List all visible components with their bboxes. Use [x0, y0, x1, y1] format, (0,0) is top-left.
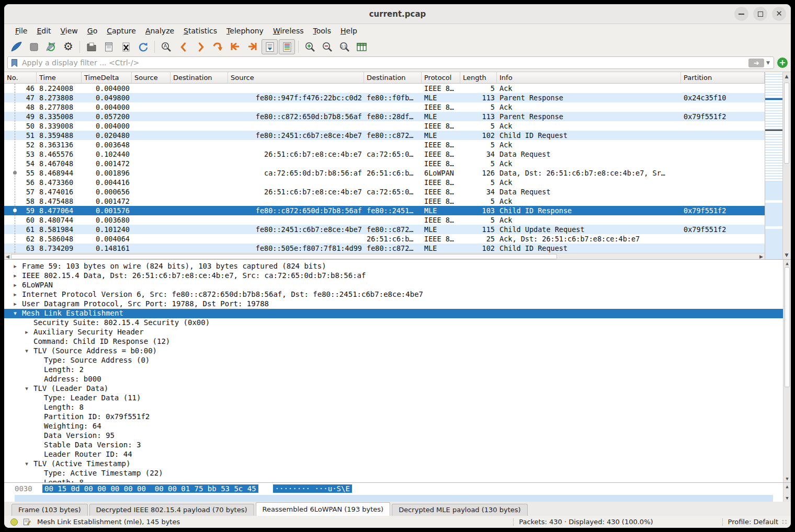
- vscroll-up-arrow-icon[interactable]: ▲: [783, 74, 790, 79]
- zoom-out-button[interactable]: [319, 39, 335, 54]
- menu-help[interactable]: Help: [336, 26, 362, 36]
- expand-arrow-icon[interactable]: ▸: [12, 291, 19, 298]
- detail-row[interactable]: ▾TLV (Leader Data): [4, 384, 791, 394]
- expert-info-icon[interactable]: [10, 518, 18, 526]
- packet-row-49[interactable]: 498.3350080.057200fe80::c872:650d:b7b8:5…: [4, 112, 765, 121]
- detail-row[interactable]: Address: b000: [4, 375, 791, 384]
- capture-comment-icon[interactable]: [23, 518, 31, 526]
- packet-row-55[interactable]: 558.4689440.001896ca:72:65:0d:b7:b8:56:a…: [4, 168, 765, 178]
- packet-row-61[interactable]: 618.5819840.101240fe80::2451:c6b7:e8ce:4…: [4, 225, 765, 234]
- start-capture-button[interactable]: [8, 39, 25, 54]
- hex-ascii-selected[interactable]: ········ ···u·S\E: [273, 484, 352, 493]
- column-header-partition-10[interactable]: Partition: [681, 72, 765, 83]
- open-file-button[interactable]: [83, 39, 99, 54]
- detail-row[interactable]: Stable Data Version: 3: [4, 441, 791, 450]
- resize-columns-button[interactable]: [354, 39, 370, 54]
- column-header-time-1[interactable]: Time: [37, 72, 82, 83]
- go-to-packet-button[interactable]: [210, 39, 226, 54]
- collapse-arrow-icon[interactable]: ▾: [23, 348, 30, 354]
- go-back-button[interactable]: [175, 39, 191, 54]
- packet-row-48[interactable]: 488.2778080.004000IEEE 8…5Ack: [4, 102, 765, 112]
- intelligent-scrollbar-minimap[interactable]: [765, 72, 782, 259]
- expand-arrow-icon[interactable]: ▸: [12, 282, 19, 288]
- filter-dropdown-caret-icon[interactable]: ▼: [766, 60, 770, 65]
- byte-tab-frame-103-bytes[interactable]: Frame (103 bytes): [12, 504, 88, 516]
- column-header-destination-4[interactable]: Destination: [171, 72, 228, 83]
- detail-row[interactable]: ▸Frame 59: 103 bytes on wire (824 bits),…: [4, 262, 791, 271]
- restart-capture-button[interactable]: [43, 39, 59, 54]
- packet-row-57[interactable]: 578.4740160.00065626:51:c6:b7:e8:ce:4b:e…: [4, 187, 765, 196]
- menu-telephony[interactable]: Telephony: [222, 26, 268, 36]
- details-scroll-down-icon[interactable]: ▼: [783, 476, 791, 481]
- expand-arrow-icon[interactable]: ▸: [12, 272, 19, 279]
- packet-row-62[interactable]: 628.5860480.00406426:51:c6:b…IEEE 8…25Ac…: [4, 234, 765, 244]
- details-vscrollbar[interactable]: ▲ ▼: [783, 260, 791, 482]
- packet-row-51[interactable]: 518.3594880.020480fe80::2451:c6b7:e8ce:4…: [4, 131, 765, 140]
- close-file-button[interactable]: [118, 39, 134, 54]
- column-header-destination-6[interactable]: Destination: [364, 72, 422, 83]
- collapse-arrow-icon[interactable]: ▾: [23, 385, 30, 392]
- detail-row[interactable]: ▸Internet Protocol Version 6, Src: fe80:…: [4, 290, 791, 299]
- packet-row-59[interactable]: 598.4770640.001576fe80::c872:650d:b7b8:5…: [4, 206, 765, 215]
- packet-row-47[interactable]: 478.2738080.049800fe80::947f:f476:22bc:c…: [4, 93, 765, 102]
- hex-bytes-selected[interactable]: 00 15 0d 00 00 00 00 00 00 00 01 75 bb 5…: [42, 484, 258, 493]
- menu-capture[interactable]: Capture: [102, 26, 141, 36]
- detail-row[interactable]: Type: Source Address (0): [4, 356, 791, 365]
- byte-tab-reassembled-6lowpan-193-bytes[interactable]: Reassembled 6LoWPAN (193 bytes): [256, 502, 391, 516]
- close-button[interactable]: ✕: [772, 7, 786, 21]
- bookmark-icon[interactable]: [10, 59, 18, 67]
- detail-row[interactable]: Length: 8: [4, 403, 791, 412]
- packet-row-46[interactable]: 468.2240080.004000IEEE 8…5Ack: [4, 84, 765, 93]
- detail-row[interactable]: Security Suite: 802.15.4 Security (0x00): [4, 318, 791, 328]
- detail-row[interactable]: ▸User Datagram Protocol, Src Port: 19788…: [4, 299, 791, 309]
- column-header-no-0[interactable]: No.: [4, 72, 37, 83]
- packet-row-63[interactable]: 638.7342090.148161fe80::505e:f807:7f81:4…: [4, 244, 765, 253]
- hex-row[interactable]: 0030 00 15 0d 00 00 00 00 00 00 00 01 75…: [4, 484, 352, 493]
- byte-tab-decrypted-mle-payload-130-bytes[interactable]: Decrypted MLE payload (130 bytes): [392, 504, 527, 516]
- menu-edit[interactable]: Edit: [32, 26, 55, 36]
- save-file-button[interactable]: [100, 39, 117, 54]
- byte-tab-decrypted-ieee-802-15-4-payload-70-bytes[interactable]: Decrypted IEEE 802.15.4 payload (70 byte…: [89, 504, 254, 516]
- hex-scroll-down-icon[interactable]: ▼: [783, 495, 791, 501]
- packet-row-54[interactable]: 548.4670480.001472IEEE 8…5Ack: [4, 159, 765, 168]
- detail-row[interactable]: Type: Leader Data (11): [4, 394, 791, 403]
- column-header-length-8[interactable]: Length: [460, 72, 497, 83]
- hscroll-left-arrow-icon[interactable]: ◀: [6, 254, 9, 259]
- vscroll-thumb[interactable]: [784, 83, 789, 164]
- auto-scroll-button[interactable]: [262, 39, 278, 54]
- detail-row[interactable]: Leader Router ID: 44: [4, 450, 791, 459]
- go-forward-button[interactable]: [192, 39, 209, 54]
- details-scroll-up-icon[interactable]: ▲: [783, 261, 791, 266]
- detail-row[interactable]: ▸IEEE 802.15.4 Data, Dst: 26:51:c6:b7:e8…: [4, 271, 791, 281]
- colorize-packets-button[interactable]: [279, 39, 295, 54]
- packet-row-50[interactable]: 508.3390080.004000IEEE 8…5Ack: [4, 121, 765, 131]
- apply-filter-button[interactable]: ➜: [748, 59, 764, 67]
- menu-statistics[interactable]: Statistics: [179, 26, 222, 36]
- zoom-original-button[interactable]: 1:1: [336, 39, 353, 54]
- menu-view[interactable]: View: [56, 26, 83, 36]
- stop-capture-button[interactable]: [26, 39, 42, 54]
- expand-arrow-icon[interactable]: ▸: [23, 329, 30, 336]
- column-header-source-3[interactable]: Source: [132, 72, 171, 83]
- menu-wireless[interactable]: Wireless: [268, 26, 309, 36]
- expand-arrow-icon[interactable]: ▸: [12, 300, 19, 307]
- menu-file[interactable]: File: [10, 26, 32, 36]
- details-scroll-thumb[interactable]: [785, 267, 790, 387]
- detail-row[interactable]: Length: 2: [4, 365, 791, 375]
- detail-row[interactable]: ▾TLV (Active Timestamp): [4, 459, 791, 469]
- detail-row[interactable]: ▸6LoWPAN: [4, 281, 791, 290]
- vscroll-down-arrow-icon[interactable]: ▼: [783, 252, 790, 258]
- menu-go[interactable]: Go: [83, 26, 102, 36]
- first-packet-button[interactable]: [227, 39, 243, 54]
- detail-row[interactable]: Type: Active Timestamp (22): [4, 469, 791, 478]
- capture-options-button[interactable]: ⚙: [60, 39, 76, 54]
- collapse-arrow-icon[interactable]: ▾: [23, 460, 30, 467]
- hex-vscrollbar[interactable]: ▲ ▼: [783, 483, 791, 502]
- column-header-info-9[interactable]: Info: [497, 72, 681, 83]
- detail-row[interactable]: Weighting: 64: [4, 422, 791, 431]
- column-header-source-5[interactable]: Source: [228, 72, 364, 83]
- hscroll-right-arrow-icon[interactable]: ▶: [759, 254, 763, 259]
- packet-row-60[interactable]: 608.4807440.003680IEEE 8…5Ack: [4, 215, 765, 225]
- find-packet-button[interactable]: A: [158, 39, 174, 54]
- detail-row[interactable]: Command: Child ID Response (12): [4, 337, 791, 346]
